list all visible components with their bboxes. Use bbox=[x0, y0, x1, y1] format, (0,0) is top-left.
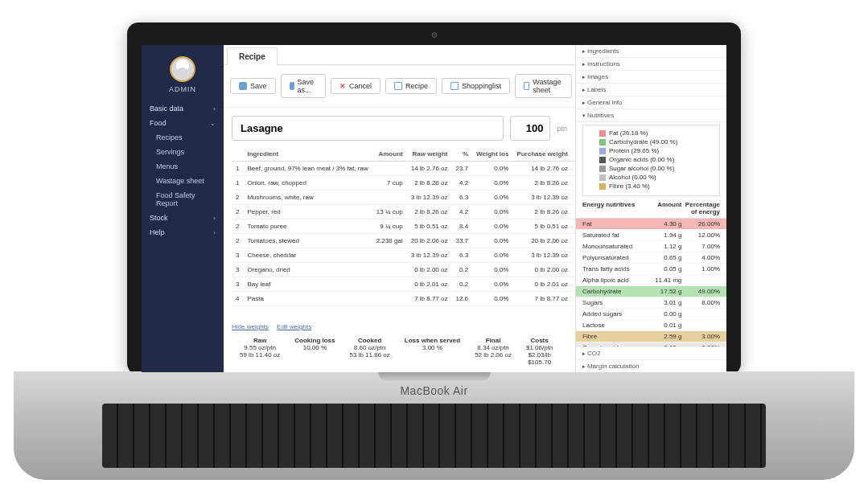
main-area: Recipe Save Save as... ✕Cancel Recipe Sh… bbox=[224, 45, 575, 372]
nav-subitem[interactable]: Servings bbox=[142, 145, 224, 159]
cancel-label: Cancel bbox=[349, 82, 372, 90]
column-header[interactable]: % bbox=[452, 147, 473, 162]
laptop-frame: MacBook Air ADMIN Basic data›Food⌄Recipe… bbox=[0, 0, 868, 496]
nutrient-row: Polyunsaturated0.65 g4.00% bbox=[576, 252, 726, 264]
shoppinglist-label: Shoppinglist bbox=[462, 82, 501, 90]
accordion-item[interactable]: Nutritives bbox=[576, 109, 726, 122]
swatch-icon bbox=[599, 130, 606, 137]
swatch-icon bbox=[599, 139, 606, 146]
table-row[interactable]: 3Oregano, dried0 lb 2.00 oz0.20.0%0 lb 2… bbox=[232, 263, 575, 277]
nav-item[interactable]: Food⌄ bbox=[142, 116, 224, 130]
accordion-item[interactable]: Images bbox=[576, 71, 726, 84]
tabbar: Recipe bbox=[224, 45, 575, 65]
nutrient-row: Fibre2.59 g3.00% bbox=[576, 331, 726, 342]
save-as-label: Save as... bbox=[298, 78, 317, 94]
portions-input[interactable] bbox=[510, 116, 550, 141]
legend-row: Sugar alcohol (0.00 %) bbox=[599, 164, 713, 173]
table-row[interactable]: 2Tomato puree9 ¼ cup5 lb 0.51 oz8.40.0%5… bbox=[232, 219, 575, 234]
table-row[interactable]: 2Pepper, red13 ¼ cup2 lb 8.26 oz4.20.0%2… bbox=[232, 205, 575, 219]
nav-item[interactable]: Help› bbox=[142, 225, 224, 240]
cancel-button[interactable]: ✕Cancel bbox=[331, 78, 381, 94]
legend-row: Organic acids (0.00 %) bbox=[599, 155, 713, 164]
right-panel: IngredientsInstructionsImagesLabelsGener… bbox=[575, 45, 726, 372]
table-row[interactable]: 1Onion, raw, chopped7 cup2 lb 8.26 oz4.2… bbox=[232, 176, 575, 191]
toolbar: Save Save as... ✕Cancel Recipe Shoppingl… bbox=[224, 65, 575, 108]
titlebar: ptn bbox=[224, 108, 575, 147]
chevron-icon: › bbox=[213, 229, 216, 236]
hide-weights-link[interactable]: Hide weights bbox=[232, 323, 269, 330]
chevron-icon: › bbox=[213, 215, 216, 222]
nutrient-row: Monounsaturated1.12 g7.00% bbox=[576, 241, 726, 252]
accordion-item[interactable]: Labels bbox=[576, 84, 726, 96]
nutrient-row: Lactose0.01 g bbox=[576, 320, 726, 331]
nutrient-row: Fat4.30 g26.00% bbox=[576, 219, 726, 230]
ingredients-table: IngredientAmountRaw weight%Weight losPur… bbox=[232, 147, 575, 306]
tab-recipe[interactable]: Recipe bbox=[227, 47, 278, 65]
laptop-base: MacBook Air bbox=[14, 371, 854, 480]
table-row[interactable]: 2Tomatoes, stewed2.238 gal20 lb 2.06 oz3… bbox=[232, 234, 575, 248]
camera-dot bbox=[431, 32, 437, 38]
legend-row: Fibre (3.40 %) bbox=[599, 182, 713, 191]
summary-servloss: Loss when served3.00 % bbox=[405, 337, 460, 366]
nav-subitem[interactable]: Wastage sheet bbox=[142, 174, 224, 188]
nutrient-row: Trans fatty acids0.05 g1.00% bbox=[576, 264, 726, 275]
ingredients-grid[interactable]: IngredientAmountRaw weight%Weight losPur… bbox=[224, 147, 575, 320]
table-row[interactable]: 4Pasta7 lb 8.77 oz12.60.0%7 lb 8.77 oz$2… bbox=[232, 292, 575, 306]
swatch-icon bbox=[599, 157, 606, 163]
wastage-button[interactable]: Wastage sheet bbox=[515, 74, 572, 98]
nav-item[interactable]: Basic data› bbox=[142, 101, 224, 116]
shoppinglist-button[interactable]: Shoppinglist bbox=[442, 78, 510, 94]
recipe-button[interactable]: Recipe bbox=[385, 78, 437, 94]
accordion-item[interactable]: Margin calculation bbox=[576, 359, 726, 372]
swatch-icon bbox=[599, 183, 606, 190]
recipe-label: Recipe bbox=[405, 82, 428, 90]
nav-item[interactable]: Stock› bbox=[142, 211, 224, 225]
save-label: Save bbox=[250, 82, 267, 90]
column-header[interactable]: Purchase weight bbox=[512, 147, 572, 162]
app-screen: ADMIN Basic data›Food⌄RecipesServingsMen… bbox=[142, 45, 726, 372]
column-header[interactable]: Ingredient bbox=[243, 147, 372, 162]
nutrient-row: Sugars3.01 g8.00% bbox=[576, 297, 726, 309]
avatar[interactable] bbox=[170, 56, 195, 82]
column-header[interactable]: Raw weight bbox=[407, 147, 452, 162]
accordion-item[interactable]: Instructions bbox=[576, 58, 726, 71]
table-row[interactable]: 3Bay leaf0 lb 2.01 oz0.20.0%0 lb 2.01 oz… bbox=[232, 277, 575, 292]
base-lip bbox=[378, 371, 491, 381]
summary-bar: Raw9.55 oz/ptn59 lb 11.40 oz Cooking los… bbox=[224, 334, 575, 372]
nutrients-header: Energy nutritives Amount Percentage of e… bbox=[576, 199, 726, 219]
nav-subitem[interactable]: Menus bbox=[142, 159, 224, 174]
cancel-icon: ✕ bbox=[339, 82, 346, 90]
table-row[interactable]: 1Beef, ground, 97% lean meat / 3% fat, r… bbox=[232, 162, 575, 176]
save-as-icon bbox=[290, 82, 294, 90]
column-header[interactable]: Amount bbox=[372, 147, 407, 162]
accordion-item[interactable]: CO2 bbox=[576, 346, 726, 359]
legend-row: Alcohol (0.00 %) bbox=[599, 173, 713, 182]
footer-links: Hide weights Edit weights bbox=[224, 320, 575, 334]
table-row[interactable]: 2Mushrooms, white, raw3 lb 12.39 oz6.30.… bbox=[232, 191, 575, 205]
swatch-icon bbox=[599, 174, 606, 181]
recipe-name-input[interactable] bbox=[232, 116, 504, 141]
wastage-label: Wastage sheet bbox=[533, 78, 563, 94]
table-row[interactable]: 3Cheese, cheddar3 lb 12.39 oz6.30.0%3 lb… bbox=[232, 248, 575, 263]
nutrient-row: Saturated fat1.94 g12.00% bbox=[576, 230, 726, 241]
edit-weights-link[interactable]: Edit weights bbox=[277, 323, 311, 330]
column-header[interactable]: Weight los bbox=[472, 147, 512, 162]
sheet-icon bbox=[524, 82, 529, 90]
accordion-item[interactable]: Ingredients bbox=[576, 45, 726, 58]
nav-subitem[interactable]: Food Safety Report bbox=[142, 188, 224, 211]
nutrient-row: Alpha lipoic acid11.41 mg bbox=[576, 275, 726, 286]
summary-final: Final8.34 oz/ptn52 lb 2.06 oz bbox=[475, 337, 512, 366]
sidebar: ADMIN Basic data›Food⌄RecipesServingsMen… bbox=[142, 45, 224, 372]
accordion-item[interactable]: General info bbox=[576, 96, 726, 109]
legend-row: Carbohydrate (49.00 %) bbox=[599, 137, 713, 146]
save-button[interactable]: Save bbox=[230, 78, 276, 94]
nutritives-legend: Fat (26.18 %)Carbohydrate (49.00 %)Prote… bbox=[582, 125, 720, 196]
summary-costs: Costs$1.06/ptn$2.03/lb$105.70 bbox=[526, 337, 553, 366]
nutrient-row: Carbohydrate17.52 g49.00% bbox=[576, 286, 726, 297]
summary-raw: Raw9.55 oz/ptn59 lb 11.40 oz bbox=[240, 337, 280, 366]
nutrient-row: Added sugars0.00 g bbox=[576, 309, 726, 320]
nav-subitem[interactable]: Recipes bbox=[142, 130, 224, 145]
portions-unit: ptn bbox=[557, 125, 567, 133]
chevron-icon: ⌄ bbox=[210, 120, 216, 127]
save-as-button[interactable]: Save as... bbox=[281, 74, 327, 98]
